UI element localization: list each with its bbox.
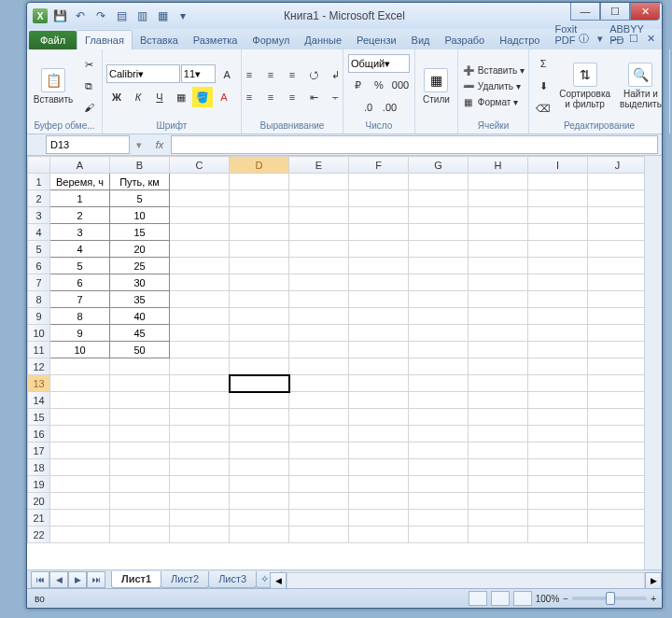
bold-button[interactable]: Ж [106, 87, 127, 107]
cell-E11[interactable] [289, 342, 349, 358]
cell-G9[interactable] [409, 308, 469, 325]
row-header-19[interactable]: 19 [28, 476, 50, 493]
cell-B5[interactable]: 20 [110, 241, 170, 258]
align-right-icon[interactable]: ≡ [282, 87, 302, 107]
cell-B4[interactable]: 15 [110, 224, 170, 241]
cell-J1[interactable] [588, 174, 648, 190]
cell-I21[interactable] [528, 510, 588, 527]
formula-bar[interactable] [171, 135, 658, 154]
cell-I22[interactable] [528, 527, 588, 543]
cell-I2[interactable] [528, 190, 588, 207]
cell-C18[interactable] [170, 459, 230, 476]
cell-A20[interactable] [50, 493, 110, 510]
cell-C2[interactable] [170, 190, 230, 207]
cell-H9[interactable] [469, 308, 528, 325]
align-bot-icon[interactable]: ≡ [282, 64, 302, 85]
cell-I10[interactable] [528, 325, 588, 342]
row-header-22[interactable]: 22 [28, 527, 50, 543]
formulas-tab[interactable]: Формул [245, 31, 297, 49]
developer-tab[interactable]: Разрабо [438, 31, 493, 49]
cell-I18[interactable] [528, 459, 588, 476]
cell-D15[interactable] [230, 409, 289, 426]
delete-cells-button[interactable]: ➖Удалить ▾ [462, 79, 525, 92]
cell-G17[interactable] [409, 442, 469, 459]
qat-btn[interactable]: ▤ [113, 7, 130, 24]
cell-I3[interactable] [528, 207, 588, 224]
maximize-button[interactable]: ☐ [600, 3, 630, 21]
cell-E18[interactable] [289, 459, 349, 476]
cell-B8[interactable]: 35 [110, 291, 170, 308]
cell-I16[interactable] [528, 426, 588, 442]
vertical-scrollbar[interactable] [644, 156, 662, 570]
cell-C19[interactable] [170, 476, 230, 493]
cell-G2[interactable] [409, 190, 469, 207]
cell-C15[interactable] [170, 409, 230, 426]
inc-decimal-icon[interactable]: .0 [358, 97, 379, 118]
cell-D22[interactable] [230, 527, 289, 543]
cell-E19[interactable] [289, 476, 349, 493]
cell-J15[interactable] [588, 409, 648, 426]
cell-C16[interactable] [170, 426, 230, 442]
cell-J21[interactable] [588, 510, 648, 527]
cell-H12[interactable] [469, 358, 528, 375]
cell-H3[interactable] [469, 207, 528, 224]
cell-F16[interactable] [349, 426, 409, 442]
cell-F13[interactable] [349, 375, 409, 392]
row-header-20[interactable]: 20 [28, 493, 50, 510]
cell-G6[interactable] [409, 258, 469, 274]
cell-A2[interactable]: 1 [50, 190, 110, 207]
cell-E22[interactable] [289, 527, 349, 543]
cell-D8[interactable] [230, 291, 289, 308]
cell-I11[interactable] [528, 342, 588, 358]
cell-C3[interactable] [170, 207, 230, 224]
format-cells-button[interactable]: ▦Формат ▾ [462, 95, 525, 108]
row-header-17[interactable]: 17 [28, 442, 50, 459]
row-header-7[interactable]: 7 [28, 274, 50, 291]
qat-dropdown-icon[interactable]: ▾ [175, 7, 191, 24]
row-header-12[interactable]: 12 [28, 358, 50, 375]
format-painter-icon[interactable]: 🖌 [78, 97, 99, 118]
cell-H17[interactable] [469, 442, 528, 459]
cell-H8[interactable] [469, 291, 528, 308]
cell-I8[interactable] [528, 291, 588, 308]
cell-E10[interactable] [289, 325, 349, 342]
cell-D16[interactable] [230, 426, 289, 442]
cell-J13[interactable] [588, 375, 648, 392]
cell-E13[interactable] [289, 375, 349, 392]
cell-C13[interactable] [170, 375, 230, 392]
col-header-I[interactable]: I [528, 157, 588, 174]
cell-C21[interactable] [170, 510, 230, 527]
cell-B15[interactable] [110, 409, 170, 426]
cell-A1[interactable]: Веремя, ч [50, 174, 110, 190]
cell-E14[interactable] [289, 392, 349, 409]
cell-B9[interactable]: 40 [110, 308, 170, 325]
cell-G5[interactable] [409, 241, 469, 258]
fx-icon[interactable]: fx [148, 139, 171, 150]
col-header-G[interactable]: G [409, 157, 469, 174]
autosum-icon[interactable]: Σ [533, 53, 553, 74]
cell-G3[interactable] [409, 207, 469, 224]
number-format-combo[interactable]: Общий ▾ [348, 54, 410, 73]
cell-J3[interactable] [588, 207, 648, 224]
qat-btn[interactable]: ▥ [133, 7, 150, 24]
indent-dec-icon[interactable]: ⇤ [303, 87, 324, 107]
cell-D12[interactable] [230, 358, 289, 375]
cell-B14[interactable] [110, 392, 170, 409]
cell-C4[interactable] [170, 224, 230, 241]
redo-icon[interactable]: ↷ [92, 7, 109, 24]
cell-G19[interactable] [409, 476, 469, 493]
sheet-nav-first-icon[interactable]: ⏮ [31, 571, 49, 588]
cell-G1[interactable] [409, 174, 469, 190]
cell-J6[interactable] [588, 258, 648, 274]
cell-F18[interactable] [349, 459, 409, 476]
cell-A13[interactable] [50, 375, 110, 392]
cell-J17[interactable] [588, 442, 648, 459]
layout-tab[interactable]: Разметка [186, 31, 245, 49]
col-header-J[interactable]: J [588, 157, 648, 174]
cell-E21[interactable] [289, 510, 349, 527]
cell-I15[interactable] [528, 409, 588, 426]
cell-A3[interactable]: 2 [50, 207, 110, 224]
cell-E15[interactable] [289, 409, 349, 426]
insert-tab[interactable]: Вставка [133, 31, 186, 49]
col-header-F[interactable]: F [349, 157, 409, 174]
